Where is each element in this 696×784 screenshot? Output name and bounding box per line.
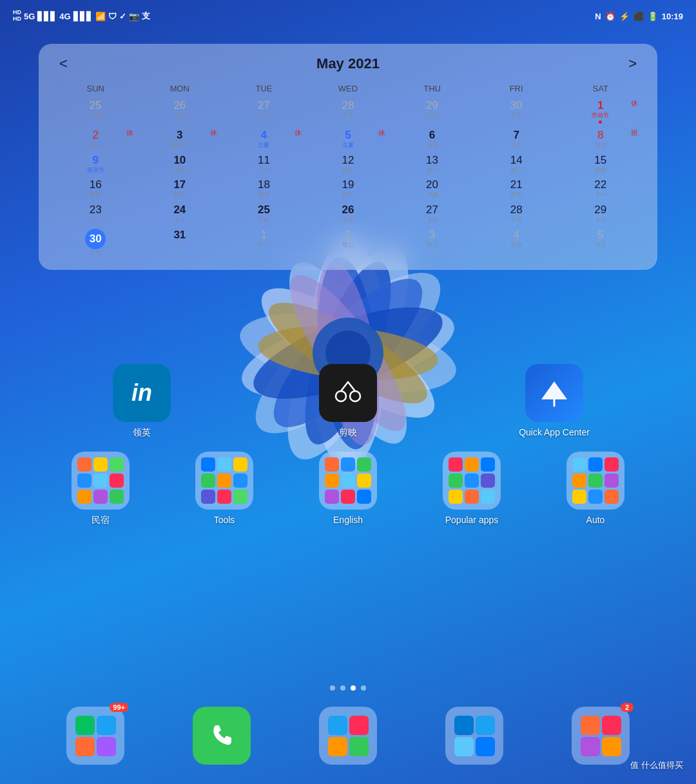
weekday-thu: THU — [391, 81, 474, 96]
weekday-tue: TUE — [222, 81, 305, 96]
cal-cell-may13[interactable]: 13初二 — [391, 152, 474, 176]
cal-cell-may27[interactable]: 27十六 — [391, 202, 474, 225]
cal-cell-may16[interactable]: 16初五 — [54, 177, 137, 200]
bluetooth-icon: ⚡ — [619, 12, 630, 21]
calendar-prev-button[interactable]: < — [54, 55, 73, 72]
cal-cell-may14[interactable]: 14初三 — [475, 152, 558, 176]
cal-cell-jun1[interactable]: 1廿一 — [222, 227, 305, 258]
app-tools[interactable]: Tools — [186, 452, 263, 525]
cal-cell-may22[interactable]: 22十一 — [559, 177, 642, 200]
messages-badge: 99+ — [110, 703, 128, 712]
cal-cell-apr28[interactable]: 28十七 — [307, 97, 390, 126]
dock-phone[interactable] — [193, 707, 251, 765]
page-dot-1[interactable] — [330, 685, 335, 691]
browser-icon — [445, 707, 503, 765]
nfc-icon: N — [595, 12, 601, 21]
capcut-icon — [319, 364, 377, 422]
calendar-grid: SUN MON TUE WED THU FRI SAT 25十四 26十五 27… — [54, 81, 642, 258]
media-icon — [319, 707, 377, 765]
cal-cell-jun5[interactable]: 5廿五 — [559, 227, 642, 258]
app-minsu[interactable]: 民宿 — [62, 452, 139, 526]
cal-cell-may26[interactable]: 26十五 — [307, 202, 390, 225]
cal-cell-may20[interactable]: 20小满 — [391, 177, 474, 200]
auto-label: Auto — [586, 515, 605, 525]
signal-bars: ▋▋▋ — [37, 12, 57, 21]
weekday-sun: SUN — [54, 81, 137, 96]
cal-cell-may7[interactable]: 7廿六 — [475, 127, 558, 151]
svg-marker-21 — [541, 381, 567, 399]
extra-icon2: 📷 — [129, 12, 139, 21]
app-capcut[interactable]: 剪映 — [309, 364, 387, 439]
signal-4g: 4G — [59, 12, 70, 21]
app-quickapp[interactable]: Quick App Center — [516, 364, 593, 437]
tools-folder-icon — [195, 452, 253, 510]
cal-cell-may31[interactable]: 31二十 — [139, 227, 222, 258]
wifi-icon: 📶 — [95, 12, 106, 21]
status-right-icons: N ⏰ ⚡ ⬛ 🔋 10:19 — [595, 12, 683, 21]
cal-cell-may21[interactable]: 21初九 — [475, 177, 558, 200]
cal-cell-may2[interactable]: 休 2廿一 — [54, 127, 137, 151]
dock-messages[interactable]: 99+ — [66, 707, 124, 765]
app-english[interactable]: English — [309, 452, 387, 525]
dock-browser[interactable] — [445, 707, 503, 765]
cal-cell-apr27[interactable]: 27十六 — [222, 97, 305, 126]
cal-cell-may5[interactable]: 休 5立夏 — [307, 127, 390, 151]
cal-cell-jun4[interactable]: 4廿四 — [475, 227, 558, 258]
cal-cell-may8[interactable]: 班 8廿七 — [559, 127, 642, 151]
calendar-header: < May 2021 > — [54, 55, 642, 72]
linkedin-icon: in — [113, 364, 171, 422]
svg-point-17 — [336, 391, 346, 401]
cal-cell-may18[interactable]: 18初七 — [222, 177, 305, 200]
auto-folder-icon — [566, 452, 624, 510]
signal-bars2: ▋▋▋ — [73, 12, 93, 21]
cal-cell-may15[interactable]: 15初四 — [559, 152, 642, 176]
cal-cell-apr29[interactable]: 29十八 — [391, 97, 474, 126]
cal-cell-apr30[interactable]: 30十九 — [475, 97, 558, 126]
cal-cell-may3[interactable]: 休 3青年节 — [139, 127, 222, 151]
status-bar: HDHD 5G ▋▋▋ 4G ▋▋▋ 📶 🛡 ✓ 📷 支 N ⏰ ⚡ ⬛ 🔋 1… — [0, 0, 696, 32]
cal-cell-may9[interactable]: 9母亲节 — [54, 152, 137, 176]
app-linkedin[interactable]: in 领英 — [103, 364, 180, 439]
svg-line-20 — [348, 382, 355, 391]
apps-section: in 领英 剪映 Quick A — [39, 364, 657, 539]
cal-cell-may24[interactable]: 24十三 — [139, 202, 222, 225]
games-icon — [572, 707, 630, 765]
dock-media[interactable] — [319, 707, 377, 765]
cal-cell-may23[interactable]: 23十二 — [54, 202, 137, 225]
cal-cell-may19[interactable]: 19初八 — [307, 177, 390, 200]
cal-cell-jun3[interactable]: 3廿三 — [391, 227, 474, 258]
cal-cell-may11[interactable]: 11三十 — [222, 152, 305, 176]
cal-cell-may25[interactable]: 25十四 — [222, 202, 305, 225]
cal-cell-may28[interactable]: 28十七 — [475, 202, 558, 225]
cal-cell-may17[interactable]: 17初六 — [139, 177, 222, 200]
page-dot-4[interactable] — [361, 685, 366, 691]
cal-cell-may6[interactable]: 6廿五 — [391, 127, 474, 151]
page-indicators — [330, 685, 366, 691]
app-auto[interactable]: Auto — [557, 452, 634, 525]
calendar-next-button[interactable]: > — [623, 55, 642, 72]
cal-cell-may10[interactable]: 10廿九 — [139, 152, 222, 176]
cal-cell-may1[interactable]: 休 1 劳动节 — [559, 97, 642, 126]
page-dot-3[interactable] — [351, 685, 356, 691]
popular-label: Popular apps — [445, 515, 499, 525]
weekday-sat: SAT — [559, 81, 642, 96]
cal-cell-apr26[interactable]: 26十五 — [139, 97, 222, 126]
extra-icon1: ✓ — [119, 12, 126, 21]
minsu-folder-icon — [72, 452, 130, 510]
quickapp-icon — [525, 364, 583, 422]
dock-games[interactable]: 2 — [572, 707, 630, 765]
svg-line-19 — [341, 382, 348, 391]
cal-cell-apr25[interactable]: 25十四 — [54, 97, 137, 126]
status-left-icons: HDHD 5G ▋▋▋ 4G ▋▋▋ 📶 🛡 ✓ 📷 支 — [13, 10, 150, 23]
app-popular[interactable]: Popular apps — [433, 452, 510, 525]
cal-cell-jun2[interactable]: 2廿二 — [307, 227, 390, 258]
linkedin-label: 领英 — [133, 427, 151, 439]
page-dot-2[interactable] — [340, 685, 345, 691]
signal-hd: HDHD — [13, 10, 21, 23]
weekday-mon: MON — [139, 81, 222, 96]
cal-cell-may30-today[interactable]: 30 十九 — [54, 227, 137, 258]
cal-cell-may29[interactable]: 29十八 — [559, 202, 642, 225]
cal-cell-may4[interactable]: 休 4立夏 — [222, 127, 305, 151]
cal-cell-may12[interactable]: 12四月 — [307, 152, 390, 176]
vpn-icon: 🛡 — [108, 12, 117, 21]
